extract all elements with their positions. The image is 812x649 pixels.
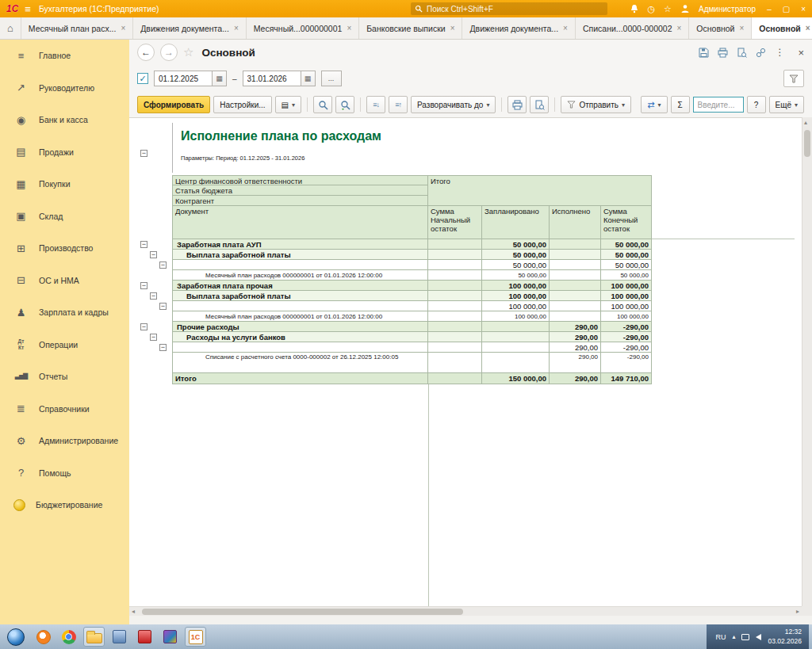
settings-button[interactable]: Настройки... [213,96,271,113]
tab-osnovnoy-1[interactable]: Основной× [689,17,752,39]
date-to-input[interactable] [243,71,301,86]
period-options-button[interactable]: ... [321,71,342,86]
find-button[interactable] [313,96,332,113]
start-button[interactable] [7,628,25,646]
sort-asc-button[interactable]: ≡↓ [366,96,385,113]
sidebar-item-purchases[interactable]: ▦Покупки [0,168,129,200]
clock[interactable]: 12:32 03.02.2026 [768,628,802,645]
period-checkbox[interactable]: ✓ [137,73,148,84]
calendar-icon[interactable]: ▦ [301,71,316,86]
file-explorer-icon[interactable] [83,627,105,647]
close-icon[interactable]: × [806,24,810,32]
sidebar-item-administration[interactable]: ⚙Администрирование [0,425,129,457]
restore-button[interactable]: ▢ [783,5,790,13]
report-variants-button[interactable]: ▤▾ [275,96,301,113]
collapse-toggle[interactable]: − [159,344,167,351]
print-preview-button[interactable] [530,96,549,113]
tab-doc-movements-2[interactable]: Движения документа...× [462,17,575,39]
help-button[interactable]: ? [747,96,766,113]
sidebar-item-production[interactable]: ⊞Производство [0,232,129,265]
sidebar-item-reports[interactable]: ▃▅▇Отчеты [0,361,129,393]
collapse-toggle[interactable]: − [150,334,157,341]
more-actions-button[interactable]: Ещё▾ [769,96,804,113]
sum-button[interactable]: Σ [671,96,690,113]
search-input[interactable] [427,5,603,13]
v7-app-icon[interactable] [159,627,181,647]
collapse-toggle[interactable]: − [150,292,157,300]
collapse-toggle[interactable]: − [140,241,147,248]
sidebar-item-warehouse[interactable]: ▣Склад [0,200,129,233]
filter-settings-button[interactable] [783,70,804,87]
language-indicator[interactable]: RU [715,633,726,641]
close-icon[interactable]: × [450,24,455,32]
preview-icon[interactable] [737,48,747,58]
date-from-input[interactable] [154,71,213,86]
red-app-icon[interactable] [134,627,155,647]
forward-button[interactable]: → [160,44,178,61]
print-icon[interactable] [718,48,728,58]
calendar-icon[interactable]: ▦ [213,71,227,86]
generate-button[interactable]: Сформировать [137,96,210,113]
collapse-toggle[interactable]: − [159,303,167,310]
scroll-right-icon[interactable]: ▸ [796,608,799,615]
1c-enterprise-icon[interactable]: 1С [185,627,206,647]
vertical-scrollbar[interactable]: ▴ ▾ [802,117,812,616]
global-search[interactable] [411,2,607,15]
scroll-up-icon[interactable]: ▴ [804,119,807,126]
close-icon[interactable]: × [563,24,568,32]
close-window-button[interactable]: × [801,5,806,13]
find-next-button[interactable] [335,96,354,113]
sidebar-item-main[interactable]: ≡Главное [0,40,129,72]
collapse-toggle[interactable]: − [159,262,167,269]
expand-to-button[interactable]: Разворачивать до▾ [411,96,496,113]
sidebar-item-fixed-assets[interactable]: ⊟ОС и НМА [0,265,129,297]
scroll-left-icon[interactable]: ◂ [132,608,135,615]
collapse-toggle[interactable]: − [150,251,157,258]
save-icon[interactable] [699,48,709,58]
horizontal-scrollbar[interactable]: ◂ ▸ [129,606,802,616]
tab-home[interactable]: ⌂ [0,17,21,39]
horizontal-scroll-thumb[interactable] [142,609,463,615]
history-icon[interactable]: ◷ [648,5,656,13]
link-icon[interactable] [756,48,766,58]
sidebar-item-salary-hr[interactable]: ♟Зарплата и кадры [0,296,129,329]
tab-writeoff[interactable]: Списани...0000-000002× [576,17,689,39]
collapse-all-toggle[interactable]: − [140,150,147,157]
close-icon[interactable]: × [347,24,351,32]
tab-doc-movements-1[interactable]: Движения документа...× [133,17,246,39]
sidebar-item-bank-cash[interactable]: ◉Банк и касса [0,104,129,136]
tab-monthly-plan[interactable]: Месячный план расх...× [21,17,133,39]
send-button[interactable]: Отправить▾ [561,96,631,113]
tab-osnovnoy-2-active[interactable]: Основной× [752,17,812,39]
main-menu-icon[interactable]: ≡ [25,3,31,15]
sidebar-item-budgeting[interactable]: Бюджетирование [0,489,129,521]
designer-app-icon[interactable] [109,627,130,647]
exchange-button[interactable]: ⇄▾ [641,96,667,113]
tray-expand-icon[interactable]: ▴ [732,633,735,640]
sort-desc-button[interactable]: ≡↑ [389,96,408,113]
volume-icon[interactable] [756,634,761,640]
sidebar-item-manager[interactable]: ↗Руководителю [0,72,129,105]
close-icon[interactable]: × [234,24,239,32]
tab-monthly-000000001[interactable]: Месячный...000000001× [247,17,359,39]
close-icon[interactable]: × [739,24,744,32]
close-icon[interactable]: × [121,24,125,32]
media-player-icon[interactable] [33,627,54,647]
collapse-toggle[interactable]: − [140,282,147,289]
more-menu-icon[interactable]: ⋮ [775,47,784,58]
sidebar-item-help[interactable]: ?Помощь [0,457,129,490]
favorite-star-icon[interactable]: ☆ [183,45,193,59]
sidebar-item-sales[interactable]: ▤Продажи [0,136,129,169]
collapse-toggle[interactable]: − [140,323,147,330]
network-icon[interactable] [741,634,749,640]
chrome-icon[interactable] [58,627,79,647]
sidebar-item-operations[interactable]: Дт КтОперации [0,329,129,361]
close-icon[interactable]: × [677,24,682,32]
tab-bank-statements[interactable]: Банковские выписки× [359,17,462,39]
notifications-icon[interactable] [630,4,639,13]
quick-value-input[interactable] [693,97,744,113]
back-button[interactable]: ← [137,44,155,61]
favorites-icon[interactable]: ☆ [664,5,672,13]
user-name[interactable]: Администратор [699,5,756,13]
print-button[interactable] [508,96,527,113]
